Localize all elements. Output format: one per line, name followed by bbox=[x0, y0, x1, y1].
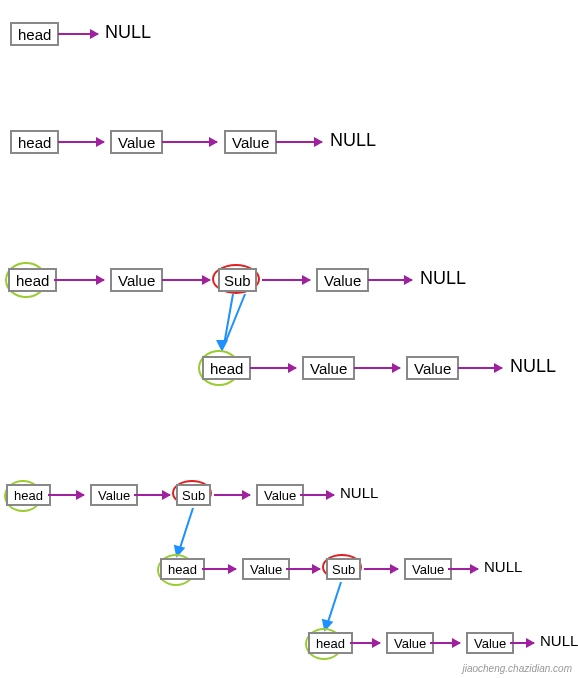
value-node: Value bbox=[90, 484, 138, 506]
head-node: head bbox=[10, 130, 59, 154]
head-node: head bbox=[10, 22, 59, 46]
value-node: Value bbox=[316, 268, 369, 292]
arrow-icon bbox=[214, 494, 250, 496]
value-node: Value bbox=[224, 130, 277, 154]
arrow-icon bbox=[276, 141, 322, 143]
sub-node: Sub bbox=[326, 558, 361, 580]
null-label: NULL bbox=[540, 632, 578, 649]
arrow-icon bbox=[162, 141, 217, 143]
arrow-icon bbox=[300, 494, 334, 496]
arrow-icon bbox=[430, 642, 460, 644]
sub-node: Sub bbox=[176, 484, 211, 506]
value-node: Value bbox=[302, 356, 355, 380]
arrow-icon bbox=[58, 141, 104, 143]
value-node: Value bbox=[110, 268, 163, 292]
arrow-icon bbox=[286, 568, 320, 570]
arrow-icon bbox=[202, 568, 236, 570]
head-node: head bbox=[6, 484, 51, 506]
arrow-icon bbox=[458, 367, 502, 369]
arrow-icon bbox=[58, 33, 98, 35]
arrow-icon bbox=[350, 642, 380, 644]
arrow-icon bbox=[354, 367, 400, 369]
arrow-icon bbox=[510, 642, 534, 644]
watermark-label: jiaocheng.chazidian.com bbox=[462, 663, 572, 674]
arrow-icon bbox=[48, 494, 84, 496]
arrow-icon bbox=[262, 279, 310, 281]
head-node: head bbox=[202, 356, 251, 380]
sublist-arrow-icon bbox=[326, 582, 341, 624]
value-node: Value bbox=[386, 632, 434, 654]
arrow-icon bbox=[448, 568, 478, 570]
value-node: Value bbox=[242, 558, 290, 580]
sublist-arrow-icon bbox=[178, 508, 193, 550]
arrow-icon bbox=[364, 568, 398, 570]
null-label: NULL bbox=[340, 484, 378, 501]
value-node: Value bbox=[406, 356, 459, 380]
arrow-icon bbox=[250, 367, 296, 369]
null-label: NULL bbox=[330, 130, 376, 151]
value-node: Value bbox=[110, 130, 163, 154]
null-label: NULL bbox=[484, 558, 522, 575]
null-label: NULL bbox=[510, 356, 556, 377]
head-node: head bbox=[308, 632, 353, 654]
arrow-icon bbox=[134, 494, 170, 496]
arrow-icon bbox=[368, 279, 412, 281]
null-label: NULL bbox=[420, 268, 466, 289]
value-node: Value bbox=[466, 632, 514, 654]
head-node: head bbox=[8, 268, 57, 292]
arrow-icon bbox=[54, 279, 104, 281]
sub-node: Sub bbox=[218, 268, 257, 292]
value-node: Value bbox=[256, 484, 304, 506]
value-node: Value bbox=[404, 558, 452, 580]
head-node: head bbox=[160, 558, 205, 580]
null-label: NULL bbox=[105, 22, 151, 43]
arrow-icon bbox=[162, 279, 210, 281]
